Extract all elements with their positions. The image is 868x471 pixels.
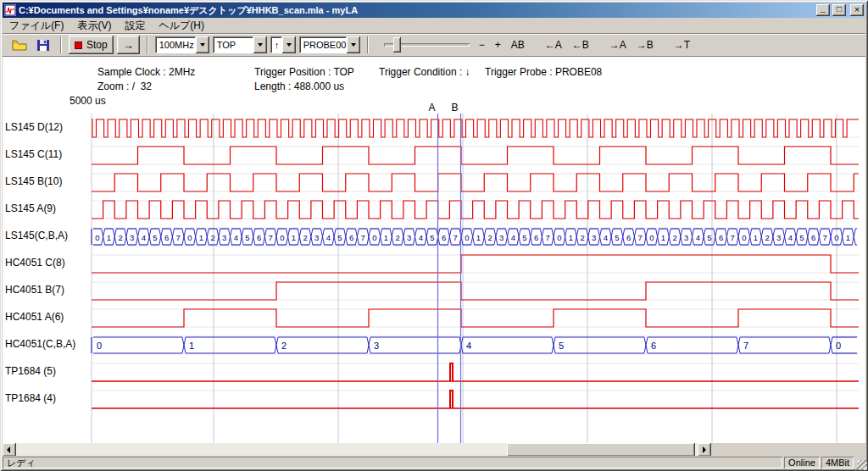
scrollbar-track[interactable] xyxy=(16,443,698,457)
scroll-right-button[interactable] xyxy=(698,443,711,457)
svg-text:6: 6 xyxy=(719,233,723,242)
svg-text:4: 4 xyxy=(142,233,146,242)
channel-label-0: LS145 D(12) xyxy=(5,121,63,135)
svg-text:2: 2 xyxy=(672,233,676,242)
channel-label-4: LS145(C,B,A) xyxy=(5,230,68,243)
svg-text:3: 3 xyxy=(130,233,134,242)
svg-text:3: 3 xyxy=(592,233,596,242)
svg-text:6: 6 xyxy=(626,233,631,242)
svg-text:7: 7 xyxy=(269,233,273,242)
svg-text:5: 5 xyxy=(245,233,249,242)
svg-text:3: 3 xyxy=(407,233,411,242)
svg-text:6: 6 xyxy=(349,233,353,242)
svg-text:1: 1 xyxy=(189,341,194,351)
scroll-left-button[interactable] xyxy=(3,443,16,457)
svg-text:2: 2 xyxy=(303,233,307,242)
svg-text:5: 5 xyxy=(707,233,711,242)
svg-text:0: 0 xyxy=(742,233,746,242)
svg-text:7: 7 xyxy=(546,233,550,242)
svg-text:2: 2 xyxy=(395,233,399,242)
channel-label-5: HC4051 C(8) xyxy=(5,257,65,270)
svg-text:1: 1 xyxy=(107,233,111,242)
svg-text:0: 0 xyxy=(95,233,99,242)
svg-text:0: 0 xyxy=(187,233,192,242)
svg-text:1: 1 xyxy=(476,233,481,242)
svg-text:4: 4 xyxy=(466,341,471,351)
svg-text:6: 6 xyxy=(442,233,446,242)
svg-text:2: 2 xyxy=(487,233,492,242)
channel-label-9: TP1684 (5) xyxy=(5,365,56,379)
svg-text:3: 3 xyxy=(499,233,504,242)
svg-text:4: 4 xyxy=(326,233,331,242)
svg-text:2: 2 xyxy=(765,233,769,242)
svg-text:3: 3 xyxy=(222,233,226,242)
svg-text:0: 0 xyxy=(557,233,561,242)
svg-text:6: 6 xyxy=(164,233,169,242)
svg-text:7: 7 xyxy=(743,341,748,351)
svg-text:6: 6 xyxy=(534,233,538,242)
svg-text:6: 6 xyxy=(651,341,656,351)
svg-text:5: 5 xyxy=(522,233,526,242)
svg-text:4: 4 xyxy=(788,233,793,242)
svg-text:1: 1 xyxy=(846,233,850,242)
svg-text:4: 4 xyxy=(696,233,700,242)
svg-text:7: 7 xyxy=(361,233,365,242)
channel-label-10: TP1684 (4) xyxy=(5,392,56,406)
svg-text:7: 7 xyxy=(638,233,643,242)
scrollbar-thumb[interactable] xyxy=(507,443,695,457)
svg-text:2: 2 xyxy=(210,233,214,242)
status-bar: レディ Online 4MBit xyxy=(3,456,865,468)
waveform-canvas[interactable]: 0123456701234567012345670123456701234567… xyxy=(0,0,868,471)
svg-text:0: 0 xyxy=(834,233,838,242)
svg-text:5: 5 xyxy=(153,233,157,242)
horizontal-scrollbar[interactable] xyxy=(3,443,711,457)
svg-text:4: 4 xyxy=(604,233,608,242)
cursor-b-label: B xyxy=(451,102,458,114)
svg-text:1: 1 xyxy=(384,233,388,242)
svg-text:7: 7 xyxy=(453,233,458,242)
svg-text:3: 3 xyxy=(314,233,319,242)
svg-text:3: 3 xyxy=(374,341,379,351)
svg-text:3: 3 xyxy=(776,233,781,242)
svg-text:1: 1 xyxy=(569,233,573,242)
svg-text:0: 0 xyxy=(649,233,654,242)
svg-text:7: 7 xyxy=(176,233,181,242)
svg-text:7: 7 xyxy=(731,233,735,242)
svg-text:0: 0 xyxy=(280,233,284,242)
svg-text:1: 1 xyxy=(199,233,203,242)
svg-text:4: 4 xyxy=(419,233,423,242)
resize-grip[interactable] xyxy=(857,460,867,470)
channel-label-6: HC4051 B(7) xyxy=(5,284,64,297)
status-online-badge: Online xyxy=(784,457,820,468)
scroll-right-icon xyxy=(703,446,706,453)
svg-text:2: 2 xyxy=(580,233,584,242)
svg-text:1: 1 xyxy=(292,233,296,242)
svg-text:3: 3 xyxy=(684,233,688,242)
scroll-left-icon xyxy=(7,446,10,453)
svg-text:5: 5 xyxy=(615,233,619,242)
svg-text:5: 5 xyxy=(337,233,342,242)
svg-text:1: 1 xyxy=(754,233,758,242)
svg-text:6: 6 xyxy=(811,233,815,242)
svg-text:2: 2 xyxy=(281,341,287,351)
svg-text:0: 0 xyxy=(97,341,102,351)
channel-label-3: LS145 A(9) xyxy=(5,202,56,216)
status-memory-badge: 4MBit xyxy=(821,457,854,468)
svg-text:5: 5 xyxy=(559,341,564,351)
channel-label-7: HC4051 A(6) xyxy=(5,311,64,324)
svg-text:7: 7 xyxy=(823,233,827,242)
svg-text:5: 5 xyxy=(799,233,804,242)
svg-text:1: 1 xyxy=(661,233,665,242)
cursor-a-label: A xyxy=(428,102,435,114)
channel-label-2: LS145 B(10) xyxy=(5,175,62,189)
svg-text:0: 0 xyxy=(836,341,841,351)
app-window: C:¥Documents and Settings¥noname¥デスクトップ¥… xyxy=(0,0,868,471)
svg-text:5: 5 xyxy=(430,233,434,242)
svg-text:4: 4 xyxy=(511,233,515,242)
channel-label-1: LS145 C(11) xyxy=(5,148,62,162)
svg-text:2: 2 xyxy=(118,233,122,242)
svg-text:0: 0 xyxy=(465,233,469,242)
channel-label-8: HC4051(C,B,A) xyxy=(5,338,75,352)
svg-text:4: 4 xyxy=(234,233,238,242)
svg-text:6: 6 xyxy=(257,233,261,242)
